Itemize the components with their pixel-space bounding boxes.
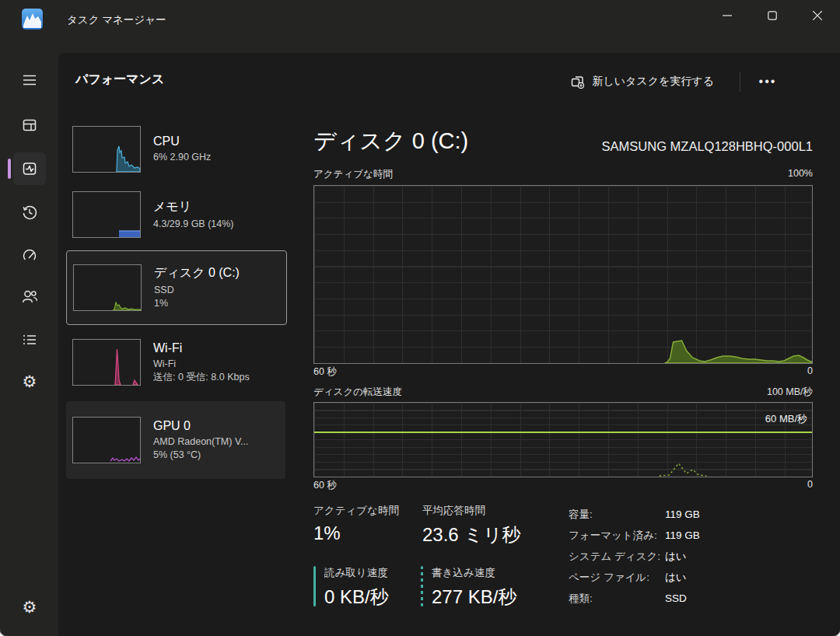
content-panel: パフォーマンス 新しいタスクを実行する ••• CPU 6% 2.90 (58, 53, 840, 636)
property-row-page-file: ページ ファイル: はい (569, 567, 813, 588)
services-icon: ⚙ (23, 374, 37, 390)
window-title: タスク マネージャー (67, 0, 166, 44)
stat-label: 平均応答時間 (422, 504, 521, 518)
chart-label: ディスクの転送速度 (313, 386, 402, 399)
list-item-wifi[interactable]: Wi-Fi Wi-Fi 送信: 0 受信: 8.0 Kbps (66, 327, 285, 398)
list-item-title: GPU 0 (153, 419, 249, 433)
list-item-title: CPU (153, 135, 211, 149)
sidebar-selection-accent (8, 159, 11, 179)
list-item-subtitle: 6% 2.90 GHz (153, 151, 211, 164)
sidebar: ⚙ ⚙ (0, 44, 58, 636)
active-time-axis-top: アクティブな時間 100% (313, 168, 813, 180)
x-left-label: 60 秒 (313, 479, 337, 492)
transfer-axis-top: ディスクの転送速度 100 MB/秒 (313, 386, 813, 398)
stat-value: 1% (313, 522, 399, 544)
list-item-subtitle: 4.3/29.9 GB (14%) (153, 218, 234, 231)
sidebar-item-processes[interactable] (13, 109, 46, 142)
property-label: フォーマット済み: (569, 525, 665, 546)
property-label: 種類: (569, 588, 665, 609)
list-item-title: ディスク 0 (C:) (154, 265, 240, 281)
menu-icon (21, 72, 38, 89)
chart-ymax: 100% (788, 168, 813, 179)
property-row-capacity: 容量: 119 GB (569, 504, 813, 525)
active-time-series (314, 186, 812, 363)
active-time-chart (313, 185, 813, 364)
sidebar-item-users[interactable] (13, 280, 46, 313)
property-value: 119 GB (665, 504, 700, 525)
x-right-label: 0 (807, 365, 813, 376)
property-value: はい (665, 546, 687, 567)
processes-icon (21, 117, 38, 134)
stat-active-time: アクティブな時間 1% (313, 504, 399, 544)
startup-apps-icon (21, 247, 38, 264)
stat-value: 23.6 ミリ秒 (422, 522, 521, 547)
cpu-sparkline (72, 126, 141, 173)
property-label: システム ディスク: (569, 546, 665, 567)
disk-detail-view: ディスク 0 (C:) SAMSUNG MZALQ128HBHQ-000L1 ア… (313, 53, 813, 636)
read-speed-legend-bar (313, 566, 316, 606)
stat-value: 277 KB/秒 (432, 585, 516, 610)
close-button[interactable] (795, 0, 840, 31)
disk-properties: 容量: 119 GB フォーマット済み: 119 GB システム ディスク: は… (569, 504, 813, 609)
stat-label: 書き込み速度 (432, 566, 516, 580)
transfer-axis-bottom: 60 秒 0 (313, 479, 813, 491)
detail-title: ディスク 0 (C:) (313, 126, 468, 157)
minimize-button[interactable] (705, 0, 750, 31)
memory-sparkline (72, 191, 141, 238)
sidebar-item-startup-apps[interactable] (13, 239, 46, 272)
users-icon (21, 288, 38, 305)
list-item-subtitle2: 1% (154, 297, 240, 310)
list-item-subtitle2: 送信: 0 受信: 8.0 Kbps (153, 371, 250, 384)
list-item-title: メモリ (153, 199, 234, 215)
list-item-title: Wi-Fi (153, 341, 250, 355)
property-row-formatted: フォーマット済み: 119 GB (569, 525, 813, 546)
active-time-axis-bottom: 60 秒 0 (313, 365, 813, 378)
list-item-memory[interactable]: メモリ 4.3/29.9 GB (14%) (66, 183, 285, 246)
stat-label: 読み取り速度 (324, 566, 389, 580)
page-title: パフォーマンス (75, 72, 164, 88)
maximize-button[interactable] (750, 0, 795, 31)
chart-label: アクティブな時間 (313, 168, 393, 181)
property-row-type: 種類: SSD (569, 588, 813, 609)
list-item-subtitle: AMD Radeon(TM) V... (153, 435, 249, 449)
disk-sparkline (73, 264, 142, 311)
list-item-gpu[interactable]: GPU 0 AMD Radeon(TM) V... 5% (53 °C) (66, 401, 285, 479)
window-controls (705, 0, 840, 31)
stat-value: 0 KB/秒 (324, 585, 389, 610)
list-item-subtitle: SSD (154, 284, 240, 297)
gpu-sparkline (72, 417, 141, 463)
list-item-cpu[interactable]: CPU 6% 2.90 GHz (66, 118, 285, 180)
maximize-icon (768, 11, 777, 20)
device-name: SAMSUNG MZALQ128HBHQ-000L1 (602, 139, 813, 154)
task-manager-window: タスク マネージャー (0, 0, 840, 636)
menu-button[interactable] (13, 64, 46, 96)
stat-read-speed: 読み取り速度 0 KB/秒 (324, 566, 389, 610)
chart-ymax: 100 MB/秒 (767, 386, 813, 399)
property-label: 容量: (569, 504, 665, 525)
performance-icon (21, 160, 38, 177)
list-item-subtitle2: 5% (53 °C) (153, 449, 249, 462)
sidebar-item-details[interactable] (13, 323, 46, 356)
write-speed-legend-bar (421, 566, 423, 606)
sidebar-item-performance[interactable] (13, 152, 46, 185)
stat-write-speed: 書き込み速度 277 KB/秒 (432, 566, 516, 610)
close-icon (813, 11, 822, 20)
transfer-series (314, 403, 812, 477)
property-value: はい (665, 567, 687, 588)
sidebar-item-services[interactable]: ⚙ (13, 365, 46, 398)
x-right-label: 0 (807, 479, 813, 490)
detail-title-row: ディスク 0 (C:) SAMSUNG MZALQ128HBHQ-000L1 (313, 123, 813, 157)
app-history-icon (21, 204, 38, 221)
x-left-label: 60 秒 (313, 365, 337, 379)
app-logo-icon (22, 9, 43, 30)
wifi-sparkline (72, 339, 141, 386)
list-item-disk[interactable]: ディスク 0 (C:) SSD 1% (66, 250, 287, 325)
settings-button[interactable]: ⚙ (13, 591, 46, 624)
titlebar: タスク マネージャー (0, 0, 840, 44)
disk-stats: アクティブな時間 1% 平均応答時間 23.6 ミリ秒 読み取り速度 0 KB/… (313, 504, 813, 636)
property-value: 119 GB (665, 525, 700, 546)
property-label: ページ ファイル: (569, 567, 665, 588)
property-value: SSD (665, 588, 687, 609)
sidebar-item-app-history[interactable] (13, 196, 46, 229)
list-item-subtitle: Wi-Fi (153, 358, 250, 371)
